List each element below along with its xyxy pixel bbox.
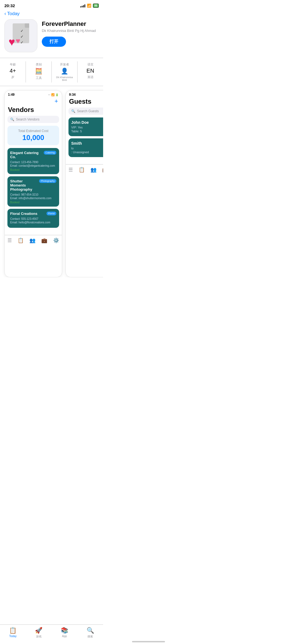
vendors-search-placeholder: Search Vendors xyxy=(16,117,39,121)
heart-big-icon: ♥ xyxy=(9,36,15,48)
vendor-card-florist[interactable]: Floral Creations Florist Contact: 555-12… xyxy=(7,209,59,228)
app-icon: ✓ ✓ ✓ ♥ ♥ xyxy=(4,19,37,52)
guests-tab-bar: ☰ 📋 👥 💼 ⚙️ xyxy=(66,164,103,174)
meta-sub-category: 工具 xyxy=(36,76,42,80)
guest-card-johndoe[interactable]: John Doe VIP: Yes Table: 5 xyxy=(68,117,103,136)
guests-tab-list-icon[interactable]: ☰ xyxy=(68,167,73,173)
total-cost-box: Total Estimated Cost 10,000 xyxy=(7,126,59,145)
open-button[interactable]: 打开 xyxy=(42,37,66,47)
meta-label-category: 类别 xyxy=(36,62,42,67)
vendors-content: + Vendors 🔍 Search Vendors Total Estimat… xyxy=(5,98,62,233)
vendor-tag-photography: Photography xyxy=(39,179,56,183)
vendor-name-catering: Elegant Catering Co. xyxy=(10,151,44,159)
meta-item-language: 语言 EN 英语 xyxy=(78,61,103,83)
cost-label: Total Estimated Cost xyxy=(11,129,56,133)
meta-value-age: 4+ xyxy=(10,68,16,74)
guests-tab-guests-icon[interactable]: 👥 xyxy=(90,167,97,173)
vendors-mini-status: 1:49 ··· 📶 🔋 xyxy=(5,91,62,98)
vendors-title: Vendors xyxy=(7,106,59,116)
vendor-card-photography[interactable]: Shutter MomentsPhotography Photography C… xyxy=(7,176,59,207)
meta-item-developer: 开发者 👤 Dk Khairunnisa Binti xyxy=(52,61,78,83)
status-bar: 20:32 📶 86 xyxy=(0,0,103,9)
vendors-tab-bar: ☰ 📋 👥 💼 ⚙️ xyxy=(5,235,62,245)
vendors-add-button[interactable]: + xyxy=(7,98,59,106)
screenshots-area: 1:49 ··· 📶 🔋 + Vendors 🔍 Search Vendors … xyxy=(0,86,103,277)
vendor-email-florist: Email: hello@floralcreations.com xyxy=(10,221,56,224)
guests-search-placeholder: Search Guests xyxy=(77,109,99,113)
status-time: 20:32 xyxy=(4,3,15,8)
vendor-status-photography: Booked xyxy=(10,201,56,204)
back-chevron-icon: ‹ xyxy=(4,11,6,17)
vendor-email-catering: Email: contact@elegantcatering.com xyxy=(10,164,56,167)
meta-item-category: 类别 🧮 工具 xyxy=(26,61,52,83)
app-header: ✓ ✓ ✓ ♥ ♥ ForeverPlanner Dk Khairunnisa … xyxy=(0,19,103,58)
vendors-tab-vendors-icon[interactable]: 💼 xyxy=(41,237,47,243)
vendor-status-catering: Booked xyxy=(10,168,56,171)
guest-vip-johndoe: VIP: Yes xyxy=(71,126,103,129)
guests-tab-calendar-icon[interactable]: 📋 xyxy=(79,167,85,173)
cost-value: 10,000 xyxy=(11,133,56,142)
battery-indicator: 86 xyxy=(93,4,99,8)
app-info: ForeverPlanner Dk Khairunnisa Binti Pg H… xyxy=(42,19,99,47)
meta-sub-language: 英语 xyxy=(87,75,94,79)
calculator-icon: 🧮 xyxy=(35,68,42,75)
screenshot-guests: 9:34 📶 🔋 Guests 🔍 Search Guests John Doe… xyxy=(65,90,103,277)
vendors-search-icon: 🔍 xyxy=(10,117,14,121)
guest-name-johndoe: John Doe xyxy=(71,120,103,125)
meta-label-developer: 开发者 xyxy=(60,62,69,67)
vendors-tab-list-icon[interactable]: ☰ xyxy=(7,237,12,243)
signal-bars-icon xyxy=(80,4,85,7)
meta-item-age: 年龄 4+ 岁 xyxy=(0,61,26,83)
meta-sub-age: 岁 xyxy=(11,75,14,79)
vendor-contact-photography: Contact: 987-654-3210 xyxy=(10,193,56,196)
meta-label-age: 年龄 xyxy=(10,62,16,67)
vendor-tag-florist: Florist xyxy=(46,212,57,215)
guest-vip-smith: lo xyxy=(71,147,103,150)
meta-bar: 年龄 4+ 岁 类别 🧮 工具 开发者 👤 Dk Khairunnisa Bin… xyxy=(0,58,103,86)
vendor-contact-catering: Contact: 123-456-7890 xyxy=(10,161,56,164)
guests-time: 9:34 xyxy=(69,93,76,97)
vendors-search-bar[interactable]: 🔍 Search Vendors xyxy=(7,116,59,123)
vendor-card-catering[interactable]: Elegant Catering Co. Catering Contact: 1… xyxy=(7,148,59,174)
vendors-time: 1:49 xyxy=(8,93,15,97)
vendor-name-photography: Shutter MomentsPhotography xyxy=(10,179,39,191)
guests-content: Guests 🔍 Search Guests John Doe VIP: Yes… xyxy=(66,98,103,162)
vendors-tab-calendar-icon[interactable]: 📋 xyxy=(18,237,24,243)
screenshot-vendors: 1:49 ··· 📶 🔋 + Vendors 🔍 Search Vendors … xyxy=(4,90,62,277)
guests-search-icon: 🔍 xyxy=(71,109,75,113)
vendor-contact-florist: Contact: 555-123-4567 xyxy=(10,217,56,220)
guest-table-johndoe: Table: 5 xyxy=(71,130,103,133)
vendor-email-photography: Email: info@shuttermoments.com xyxy=(10,197,56,200)
meta-value-language: EN xyxy=(87,68,94,74)
app-developer: Dk Khairunnisa Binti Pg Hj Ahmad xyxy=(42,29,99,33)
developer-icon: 👤 xyxy=(61,68,68,75)
back-nav[interactable]: ‹ Today xyxy=(0,9,103,19)
guests-mini-status: 9:34 📶 🔋 xyxy=(66,91,103,98)
guests-tab-vendors-icon[interactable]: 💼 xyxy=(102,167,103,173)
meta-label-language: 语言 xyxy=(87,62,94,67)
guests-title: Guests xyxy=(68,98,103,108)
guest-table-smith: : Unassigned xyxy=(71,150,103,154)
vendor-tag-catering: Catering xyxy=(44,151,56,155)
guest-name-smith: Smith xyxy=(71,141,103,146)
status-icons: 📶 86 xyxy=(80,4,99,8)
guest-card-smith[interactable]: Smith lo : Unassigned xyxy=(68,138,103,157)
wifi-icon: 📶 xyxy=(87,4,91,8)
vendors-tab-settings-icon[interactable]: ⚙️ xyxy=(53,237,59,243)
back-label: Today xyxy=(7,11,20,17)
heart-small-icon: ♥ xyxy=(16,37,20,45)
vendors-status-icons: ··· 📶 🔋 xyxy=(48,93,59,96)
guests-search-bar[interactable]: 🔍 Search Guests xyxy=(68,108,103,115)
app-name: ForeverPlanner xyxy=(42,20,99,28)
meta-sub-developer: Dk Khairunnisa Binti xyxy=(54,76,75,81)
vendors-tab-guests-icon[interactable]: 👥 xyxy=(29,237,35,243)
vendor-name-florist: Floral Creations xyxy=(10,212,37,216)
